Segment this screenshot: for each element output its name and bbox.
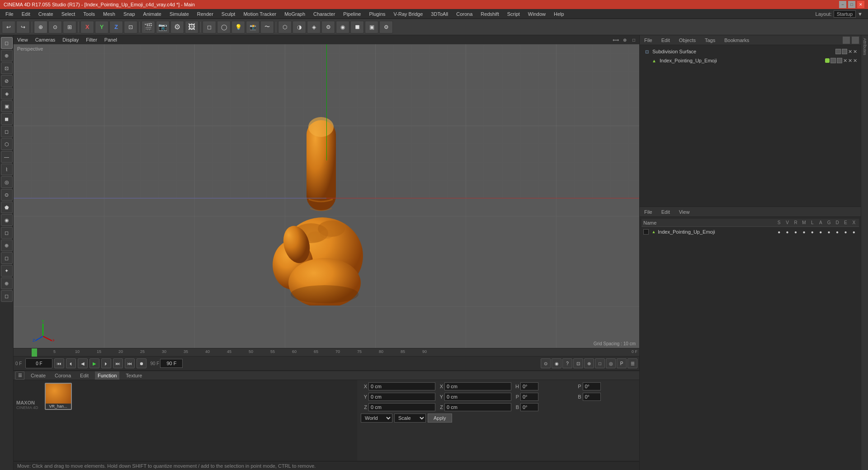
layout-value[interactable]: Startup bbox=[834, 10, 856, 18]
tab-function[interactable]: Function bbox=[95, 371, 119, 380]
attr-menu-view[interactable]: View bbox=[676, 208, 693, 216]
maximize-button[interactable]: □ bbox=[848, 1, 855, 8]
emoji-green-dot[interactable] bbox=[825, 58, 830, 63]
menu-vray-bridge[interactable]: V-Ray Bridge bbox=[390, 9, 427, 19]
deformer-button[interactable]: ⚙ bbox=[321, 21, 335, 33]
sidebar-scale-btn[interactable]: ⊡ bbox=[1, 62, 13, 74]
menu-3dtoall[interactable]: 3DToAll bbox=[427, 9, 452, 19]
coord-y2-input[interactable] bbox=[444, 393, 511, 401]
tab-create[interactable]: Create bbox=[28, 371, 48, 380]
objects-filter-icon[interactable] bbox=[852, 37, 859, 44]
sidebar-warp-btn[interactable]: ⊙ bbox=[1, 189, 13, 201]
render-to-picture-viewer-button[interactable]: 📷 bbox=[156, 21, 170, 33]
world-dropdown[interactable]: World Object Parent bbox=[361, 414, 392, 423]
x-axis-button[interactable]: X bbox=[80, 21, 94, 33]
sidebar-align-btn[interactable]: ◻ bbox=[1, 290, 13, 302]
emoji-indicator-2[interactable] bbox=[837, 58, 842, 63]
menu-window[interactable]: Window bbox=[524, 9, 549, 19]
sidebar-lasso-btn[interactable]: ◻ bbox=[1, 126, 13, 137]
scale-dropdown[interactable]: Scale bbox=[394, 414, 426, 423]
sidebar-rotate-btn[interactable]: ⊘ bbox=[1, 75, 13, 87]
sidebar-stitch-btn[interactable]: ⊕ bbox=[1, 240, 13, 251]
menu-character[interactable]: Character bbox=[310, 9, 339, 19]
sphere-button[interactable]: ◯ bbox=[217, 21, 231, 33]
menu-pipeline[interactable]: Pipeline bbox=[340, 9, 364, 19]
y-axis-button[interactable]: Y bbox=[95, 21, 108, 33]
vp-menu-view[interactable]: View bbox=[15, 37, 30, 42]
light-button[interactable]: 💡 bbox=[231, 21, 245, 33]
anim-btn-1[interactable]: ⊙ bbox=[541, 358, 551, 368]
menu-snap[interactable]: Snap bbox=[120, 9, 139, 19]
picture-viewer-button[interactable]: 🖼 bbox=[185, 21, 198, 33]
viewport-zoom-icon[interactable]: ⊕ bbox=[621, 36, 628, 43]
attr-flag-d-val[interactable]: ● bbox=[834, 230, 840, 235]
sidebar-magnet-btn[interactable]: ◎ bbox=[1, 176, 13, 188]
attr-flag-x-val[interactable]: ● bbox=[851, 230, 857, 235]
anim-btn-4[interactable]: ⊡ bbox=[573, 358, 583, 368]
attr-flag-g-val[interactable]: ● bbox=[826, 230, 832, 235]
attr-check-emoji[interactable] bbox=[643, 229, 649, 235]
coord-x-pos-input[interactable] bbox=[368, 382, 435, 390]
vp-menu-panel[interactable]: Panel bbox=[103, 37, 119, 42]
sidebar-ironing-btn[interactable]: ✦ bbox=[1, 265, 13, 277]
tab-edit[interactable]: Edit bbox=[77, 371, 91, 380]
world-button[interactable]: ⊡ bbox=[124, 21, 137, 33]
obj-menu-file[interactable]: File bbox=[642, 37, 655, 44]
menu-script[interactable]: Script bbox=[504, 9, 524, 19]
emoji-x2[interactable]: ✕ bbox=[848, 58, 852, 64]
attr-flag-a-val[interactable]: ● bbox=[817, 230, 824, 235]
menu-simulate[interactable]: Simulate bbox=[166, 9, 193, 19]
attr-flag-m-val[interactable]: ● bbox=[801, 230, 807, 235]
sidebar-rect-select-btn[interactable]: ▣ bbox=[1, 100, 13, 112]
tab-texture[interactable]: Texture bbox=[123, 371, 145, 380]
metaball-button[interactable]: ⚙ bbox=[379, 21, 393, 33]
playback-frame-input[interactable]: 0 F bbox=[25, 358, 52, 368]
viewport-layout-icon[interactable]: □ bbox=[630, 36, 637, 43]
sidebar-extrude-btn[interactable]: ⬟ bbox=[1, 202, 13, 213]
menu-mograph[interactable]: MoGraph bbox=[281, 9, 309, 19]
sidebar-select-btn[interactable]: ◻ bbox=[1, 37, 13, 49]
coord-b2-input[interactable] bbox=[520, 403, 538, 411]
menu-create[interactable]: Create bbox=[35, 9, 57, 19]
anim-btn-9[interactable]: ☰ bbox=[627, 358, 637, 368]
coord-p2-input[interactable] bbox=[583, 382, 601, 390]
sidebar-bridge-btn[interactable]: ◻ bbox=[1, 227, 13, 239]
spline-button[interactable]: 〜 bbox=[260, 21, 274, 33]
coord-y-pos-input[interactable] bbox=[368, 393, 435, 401]
coord-z-pos-input[interactable] bbox=[368, 403, 435, 411]
camera-button[interactable]: 📸 bbox=[246, 21, 259, 33]
sidebar-knife-btn[interactable]: ⬡ bbox=[1, 138, 13, 150]
minimize-button[interactable]: − bbox=[839, 1, 846, 8]
floor-button[interactable]: ⬡ bbox=[278, 21, 292, 33]
objects-search-icon[interactable] bbox=[843, 37, 850, 44]
attr-flag-v-val[interactable]: ● bbox=[784, 230, 790, 235]
anim-btn-5[interactable]: ⊕ bbox=[584, 358, 594, 368]
sidebar-move-btn[interactable]: ⊕ bbox=[1, 50, 13, 61]
apply-button[interactable]: Apply bbox=[428, 414, 452, 423]
menu-help[interactable]: Help bbox=[550, 9, 568, 19]
attr-flag-l-val[interactable]: ● bbox=[809, 230, 816, 235]
obj-menu-tags[interactable]: Tags bbox=[702, 37, 718, 44]
attr-flag-e-val[interactable]: ● bbox=[842, 230, 849, 235]
coord-z2-input[interactable] bbox=[444, 403, 511, 411]
z-axis-button[interactable]: Z bbox=[109, 21, 123, 33]
menu-animate[interactable]: Animate bbox=[140, 9, 165, 19]
anim-btn-7[interactable]: ◎ bbox=[606, 358, 616, 368]
menu-corona[interactable]: Corona bbox=[453, 9, 476, 19]
sidebar-bevel-btn[interactable]: ◉ bbox=[1, 214, 13, 226]
boole-button[interactable]: ▣ bbox=[365, 21, 378, 33]
obj-menu-bookmarks[interactable]: Bookmarks bbox=[722, 37, 752, 44]
subdiv-indicator-2[interactable] bbox=[842, 49, 847, 54]
anim-btn-3[interactable]: ? bbox=[562, 358, 572, 368]
sidebar-pen-btn[interactable]: — bbox=[1, 151, 13, 163]
play-prev-btn[interactable]: ◀ bbox=[78, 358, 88, 368]
menu-select[interactable]: Select bbox=[58, 9, 79, 19]
menu-plugins[interactable]: Plugins bbox=[365, 9, 389, 19]
play-next-key-btn[interactable]: ⏭ bbox=[113, 358, 123, 368]
viewport[interactable]: View Cameras Display Filter Panel ⟺ ⊕ □ … bbox=[14, 35, 639, 348]
coord-h-input[interactable] bbox=[520, 382, 538, 390]
tab-corona[interactable]: Corona bbox=[52, 371, 74, 380]
menu-mesh[interactable]: Mesh bbox=[99, 9, 119, 19]
obj-menu-edit[interactable]: Edit bbox=[659, 37, 673, 44]
subdiv-x1[interactable]: ✕ bbox=[848, 49, 852, 55]
